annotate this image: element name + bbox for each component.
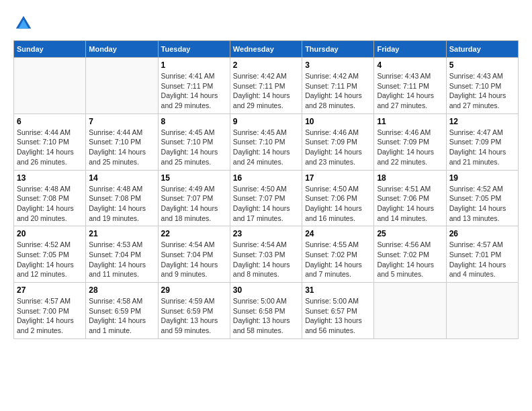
day-info: Sunrise: 4:54 AMSunset: 7:03 PMDaylight:…: [233, 240, 299, 279]
day-info: Sunrise: 4:50 AMSunset: 7:06 PMDaylight:…: [305, 184, 371, 224]
page-header: [13, 13, 519, 34]
calendar-cell: 21Sunrise: 4:53 AMSunset: 7:04 PMDayligh…: [86, 226, 158, 283]
calendar-cell: 1Sunrise: 4:41 AMSunset: 7:11 PMDaylight…: [158, 58, 230, 114]
weekday-header-friday: Friday: [374, 41, 446, 58]
day-info: Sunrise: 4:48 AMSunset: 7:08 PMDaylight:…: [17, 184, 83, 224]
day-number: 31: [305, 285, 371, 295]
calendar-cell: 15Sunrise: 4:49 AMSunset: 7:07 PMDayligh…: [158, 170, 230, 226]
day-info: Sunrise: 4:55 AMSunset: 7:02 PMDaylight:…: [305, 240, 371, 279]
day-number: 21: [89, 229, 154, 238]
calendar-cell: 9Sunrise: 4:45 AMSunset: 7:10 PMDaylight…: [230, 113, 302, 170]
weekday-header-thursday: Thursday: [302, 41, 374, 58]
day-info: Sunrise: 4:57 AMSunset: 7:01 PMDaylight:…: [449, 240, 515, 279]
day-number: 16: [233, 173, 299, 183]
week-row-5: 27Sunrise: 4:57 AMSunset: 7:00 PMDayligh…: [14, 283, 519, 339]
calendar-cell: 12Sunrise: 4:47 AMSunset: 7:09 PMDayligh…: [446, 113, 518, 170]
calendar-cell: 27Sunrise: 4:57 AMSunset: 7:00 PMDayligh…: [14, 283, 86, 339]
day-number: 7: [89, 117, 154, 126]
calendar-cell: 24Sunrise: 4:55 AMSunset: 7:02 PMDayligh…: [302, 226, 374, 283]
day-number: 20: [17, 229, 83, 238]
day-info: Sunrise: 4:59 AMSunset: 6:59 PMDaylight:…: [161, 296, 227, 336]
week-row-2: 6Sunrise: 4:44 AMSunset: 7:10 PMDaylight…: [14, 113, 519, 170]
week-row-4: 20Sunrise: 4:52 AMSunset: 7:05 PMDayligh…: [14, 226, 519, 283]
calendar-cell: 3Sunrise: 4:42 AMSunset: 7:11 PMDaylight…: [302, 58, 374, 114]
calendar-cell: 17Sunrise: 4:50 AMSunset: 7:06 PMDayligh…: [302, 170, 374, 226]
calendar-cell: 16Sunrise: 4:50 AMSunset: 7:07 PMDayligh…: [230, 170, 302, 226]
calendar-cell: 29Sunrise: 4:59 AMSunset: 6:59 PMDayligh…: [158, 283, 230, 339]
calendar-cell: 10Sunrise: 4:46 AMSunset: 7:09 PMDayligh…: [302, 113, 374, 170]
day-info: Sunrise: 4:50 AMSunset: 7:07 PMDaylight:…: [233, 184, 299, 224]
calendar-cell: 28Sunrise: 4:58 AMSunset: 6:59 PMDayligh…: [86, 283, 158, 339]
day-info: Sunrise: 4:46 AMSunset: 7:09 PMDaylight:…: [305, 128, 371, 167]
day-number: 25: [377, 229, 443, 238]
day-info: Sunrise: 4:42 AMSunset: 7:11 PMDaylight:…: [305, 71, 371, 111]
calendar-cell: [374, 283, 446, 339]
calendar-cell: 2Sunrise: 4:42 AMSunset: 7:11 PMDaylight…: [230, 58, 302, 114]
day-info: Sunrise: 4:49 AMSunset: 7:07 PMDaylight:…: [161, 184, 227, 224]
day-number: 23: [233, 229, 299, 238]
day-info: Sunrise: 4:41 AMSunset: 7:11 PMDaylight:…: [161, 71, 227, 111]
day-info: Sunrise: 4:58 AMSunset: 6:59 PMDaylight:…: [89, 296, 154, 336]
calendar-cell: 4Sunrise: 4:43 AMSunset: 7:11 PMDaylight…: [374, 58, 446, 114]
calendar-cell: 18Sunrise: 4:51 AMSunset: 7:06 PMDayligh…: [374, 170, 446, 226]
calendar-cell: 30Sunrise: 5:00 AMSunset: 6:58 PMDayligh…: [230, 283, 302, 339]
day-number: 27: [17, 285, 83, 295]
weekday-header-saturday: Saturday: [446, 41, 518, 58]
day-number: 3: [305, 60, 371, 70]
day-number: 14: [89, 173, 154, 183]
day-number: 30: [233, 285, 299, 295]
day-number: 22: [161, 229, 227, 238]
calendar-cell: 8Sunrise: 4:45 AMSunset: 7:10 PMDaylight…: [158, 113, 230, 170]
day-number: 5: [449, 60, 515, 70]
calendar-cell: 5Sunrise: 4:43 AMSunset: 7:10 PMDaylight…: [446, 58, 518, 114]
day-info: Sunrise: 4:51 AMSunset: 7:06 PMDaylight:…: [377, 184, 443, 224]
day-number: 8: [161, 117, 227, 126]
week-row-1: 1Sunrise: 4:41 AMSunset: 7:11 PMDaylight…: [14, 58, 519, 114]
day-number: 6: [17, 117, 83, 126]
day-number: 24: [305, 229, 371, 238]
calendar-cell: 19Sunrise: 4:52 AMSunset: 7:05 PMDayligh…: [446, 170, 518, 226]
day-number: 28: [89, 285, 154, 295]
day-number: 4: [377, 60, 443, 70]
day-number: 19: [449, 173, 515, 183]
day-info: Sunrise: 4:44 AMSunset: 7:10 PMDaylight:…: [17, 128, 83, 167]
day-number: 12: [449, 117, 515, 126]
day-info: Sunrise: 4:46 AMSunset: 7:09 PMDaylight:…: [377, 128, 443, 167]
day-info: Sunrise: 4:45 AMSunset: 7:10 PMDaylight:…: [161, 128, 227, 167]
calendar-cell: 13Sunrise: 4:48 AMSunset: 7:08 PMDayligh…: [14, 170, 86, 226]
calendar-cell: 23Sunrise: 4:54 AMSunset: 7:03 PMDayligh…: [230, 226, 302, 283]
day-info: Sunrise: 4:47 AMSunset: 7:09 PMDaylight:…: [449, 128, 515, 167]
day-number: 13: [17, 173, 83, 183]
logo-icon: [13, 13, 34, 34]
day-info: Sunrise: 4:45 AMSunset: 7:10 PMDaylight:…: [233, 128, 299, 167]
calendar-cell: 6Sunrise: 4:44 AMSunset: 7:10 PMDaylight…: [14, 113, 86, 170]
day-info: Sunrise: 4:48 AMSunset: 7:08 PMDaylight:…: [89, 184, 154, 224]
calendar-cell: [446, 283, 518, 339]
day-info: Sunrise: 4:57 AMSunset: 7:00 PMDaylight:…: [17, 296, 83, 336]
calendar-cell: [86, 58, 158, 114]
day-number: 1: [161, 60, 227, 70]
calendar-cell: 14Sunrise: 4:48 AMSunset: 7:08 PMDayligh…: [86, 170, 158, 226]
calendar-cell: 11Sunrise: 4:46 AMSunset: 7:09 PMDayligh…: [374, 113, 446, 170]
day-info: Sunrise: 4:44 AMSunset: 7:10 PMDaylight:…: [89, 128, 154, 167]
day-info: Sunrise: 5:00 AMSunset: 6:57 PMDaylight:…: [305, 296, 371, 336]
calendar-cell: 7Sunrise: 4:44 AMSunset: 7:10 PMDaylight…: [86, 113, 158, 170]
day-info: Sunrise: 4:42 AMSunset: 7:11 PMDaylight:…: [233, 71, 299, 111]
day-number: 15: [161, 173, 227, 183]
calendar-cell: 20Sunrise: 4:52 AMSunset: 7:05 PMDayligh…: [14, 226, 86, 283]
calendar: SundayMondayTuesdayWednesdayThursdayFrid…: [13, 40, 519, 339]
calendar-cell: 22Sunrise: 4:54 AMSunset: 7:04 PMDayligh…: [158, 226, 230, 283]
weekday-header-row: SundayMondayTuesdayWednesdayThursdayFrid…: [14, 41, 519, 58]
day-info: Sunrise: 4:52 AMSunset: 7:05 PMDaylight:…: [17, 240, 83, 279]
calendar-cell: 26Sunrise: 4:57 AMSunset: 7:01 PMDayligh…: [446, 226, 518, 283]
calendar-cell: [14, 58, 86, 114]
calendar-cell: 31Sunrise: 5:00 AMSunset: 6:57 PMDayligh…: [302, 283, 374, 339]
day-number: 10: [305, 117, 371, 126]
day-number: 2: [233, 60, 299, 70]
day-info: Sunrise: 4:53 AMSunset: 7:04 PMDaylight:…: [89, 240, 154, 279]
logo: [13, 13, 36, 34]
weekday-header-monday: Monday: [86, 41, 158, 58]
day-number: 26: [449, 229, 515, 238]
day-info: Sunrise: 4:52 AMSunset: 7:05 PMDaylight:…: [449, 184, 515, 224]
day-info: Sunrise: 4:43 AMSunset: 7:10 PMDaylight:…: [449, 71, 515, 111]
